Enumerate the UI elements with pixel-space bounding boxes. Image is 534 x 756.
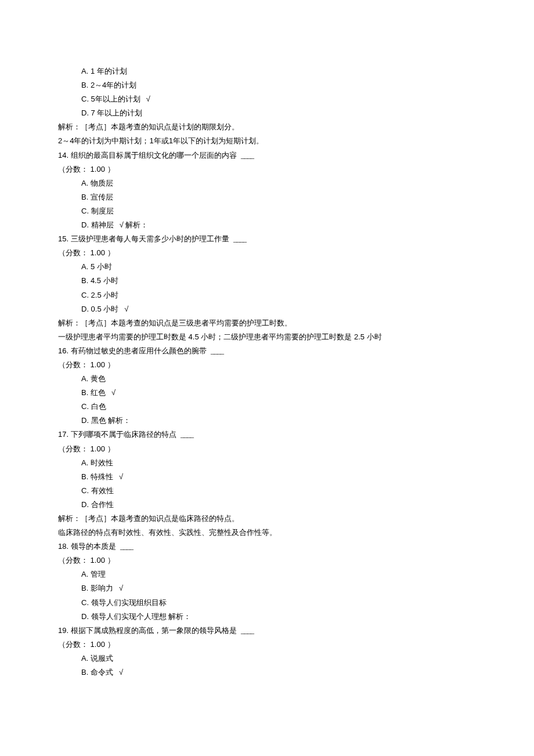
q14-option-b: B. 宣传层 (58, 191, 476, 204)
option-text: A. 1 年的计划 (81, 67, 127, 75)
q18-score: （分数： 1.00 ） (58, 554, 476, 567)
option-text: C. 白色 (81, 402, 106, 411)
q14-option-a: A. 物质层 (58, 177, 476, 190)
check-icon: √ (113, 668, 123, 677)
q15-analysis-2: 一级护理患者平均需要的护理工时数是 4.5 小时；二级护理患者平均需要的护理工时… (58, 331, 476, 343)
option-text: B. 红色 (81, 388, 106, 397)
option-text: D. 7 年以上的计划 (81, 108, 142, 117)
option-text: A. 5 小时 (81, 262, 112, 271)
option-text: B. 4.5 小时 (81, 276, 118, 285)
stem-text: 15. 三级护理患者每人每天需多少小时的护理工作量 (58, 234, 229, 243)
q18-option-c: C. 领导人们实现组织目标 (58, 596, 476, 609)
q18-option-d: D. 领导人们实现个人理想 解析： (58, 610, 476, 623)
option-text: A. 说服式 (81, 654, 113, 663)
check-icon: √ (118, 305, 128, 313)
analysis-inline: 解析： (108, 416, 131, 425)
option-text: A. 黄色 (81, 374, 106, 383)
q13-option-a: A. 1 年的计划 (58, 65, 476, 78)
blank: ____ (211, 346, 223, 355)
blank: ____ (181, 430, 193, 439)
option-text: B. 影响力 (81, 584, 113, 592)
q14-score: （分数： 1.00 ） (58, 163, 476, 176)
q17-score: （分数： 1.00 ） (58, 443, 476, 455)
q19-option-a: A. 说服式 (58, 652, 476, 665)
option-text: B. 2～4年的计划 (81, 81, 136, 89)
q15-analysis-1: 解析：［考点］本题考查的知识点是三级患者平均需要的护理工时数。 (58, 317, 476, 330)
option-text: B. 特殊性 (81, 472, 113, 481)
check-icon: √ (106, 388, 116, 397)
option-text: C. 5年以上的计划 (81, 95, 140, 103)
q18-option-a: A. 管理 (58, 568, 476, 581)
option-text: D. 领导人们实现个人理想 (81, 612, 167, 621)
q17-option-c: C. 有效性 (58, 484, 476, 497)
blank: ____ (241, 151, 254, 160)
q16-option-a: A. 黄色 (58, 372, 476, 385)
q17-option-d: D. 合作性 (58, 498, 476, 511)
blank: ____ (241, 626, 254, 635)
q19-stem: 19. 根据下属成熟程度的高低，第一象限的领导风格是 ____ (58, 624, 476, 637)
q13-option-d: D. 7 年以上的计划 (58, 107, 476, 120)
analysis-inline: 解析： (168, 612, 191, 621)
check-icon: √ (113, 584, 123, 592)
q13-analysis-1: 解析：［考点］本题考查的知识点是计划的期限划分。 (58, 121, 476, 133)
check-icon: √ (140, 95, 150, 103)
q15-option-c: C. 2.5 小时 (58, 289, 476, 302)
blank: ____ (233, 234, 246, 243)
option-text: C. 有效性 (81, 486, 114, 495)
q15-stem: 15. 三级护理患者每人每天需多少小时的护理工作量 ____ (58, 233, 476, 245)
option-text: C. 领导人们实现组织目标 (81, 598, 167, 607)
q14-option-c: C. 制度层 (58, 205, 476, 218)
stem-text: 19. 根据下属成熟程度的高低，第一象限的领导风格是 (58, 626, 237, 635)
page: A. 1 年的计划 B. 2～4年的计划 C. 5年以上的计划√ D. 7 年以… (0, 0, 534, 726)
option-text: A. 时效性 (81, 458, 113, 467)
option-text: D. 精神层 (81, 220, 114, 229)
option-text: C. 制度层 (81, 207, 114, 215)
option-text: D. 黑色 (81, 416, 106, 425)
q19-score: （分数： 1.00 ） (58, 638, 476, 651)
stem-text: 16. 有药物过敏史的患者应用什么颜色的腕带 (58, 346, 207, 355)
analysis-inline: 解析： (125, 220, 148, 229)
stem-text: 17. 下列哪项不属于临床路径的特点 (58, 430, 176, 439)
q16-score: （分数： 1.00 ） (58, 359, 476, 371)
q16-option-b: B. 红色√ (58, 386, 476, 399)
q17-option-b: B. 特殊性√ (58, 471, 476, 483)
q13-option-b: B. 2～4年的计划 (58, 79, 476, 92)
option-text: A. 物质层 (81, 179, 113, 187)
check-icon: √ (114, 220, 124, 229)
check-icon: √ (113, 472, 123, 481)
stem-text: 14. 组织的最高目标属于组织文化的哪一个层面的内容 (58, 151, 237, 160)
q17-analysis-1: 解析：［考点］本题考查的知识点是临床路径的特点。 (58, 512, 476, 525)
q13-option-c: C. 5年以上的计划√ (58, 93, 476, 106)
q15-option-d: D. 0.5 小时√ (58, 303, 476, 316)
q15-score: （分数： 1.00 ） (58, 247, 476, 259)
q17-option-a: A. 时效性 (58, 457, 476, 469)
q15-option-a: A. 5 小时 (58, 261, 476, 273)
option-text: D. 0.5 小时 (81, 305, 118, 313)
option-text: B. 宣传层 (81, 193, 113, 201)
stem-text: 18. 领导的本质是 (58, 542, 116, 551)
q18-stem: 18. 领导的本质是 ____ (58, 540, 476, 553)
option-text: B. 命令式 (81, 668, 113, 677)
blank: ____ (120, 542, 133, 551)
q16-option-d: D. 黑色 解析： (58, 414, 476, 427)
q14-option-d: D. 精神层√ 解析： (58, 219, 476, 231)
q18-option-b: B. 影响力√ (58, 582, 476, 595)
option-text: A. 管理 (81, 570, 106, 578)
option-text: D. 合作性 (81, 500, 114, 509)
option-text: C. 2.5 小时 (81, 291, 118, 299)
q15-option-b: B. 4.5 小时 (58, 274, 476, 287)
q17-stem: 17. 下列哪项不属于临床路径的特点 ____ (58, 428, 476, 441)
q16-option-c: C. 白色 (58, 400, 476, 413)
q19-option-b: B. 命令式√ (58, 666, 476, 679)
q17-analysis-2: 临床路径的特点有时效性、有效性、实践性、完整性及合作性等。 (58, 526, 476, 539)
q13-analysis-2: 2～4年的计划为中期计划；1年或1年以下的计划为短期计划。 (58, 135, 476, 147)
q14-stem: 14. 组织的最高目标属于组织文化的哪一个层面的内容 ____ (58, 149, 476, 162)
q16-stem: 16. 有药物过敏史的患者应用什么颜色的腕带 ____ (58, 345, 476, 357)
